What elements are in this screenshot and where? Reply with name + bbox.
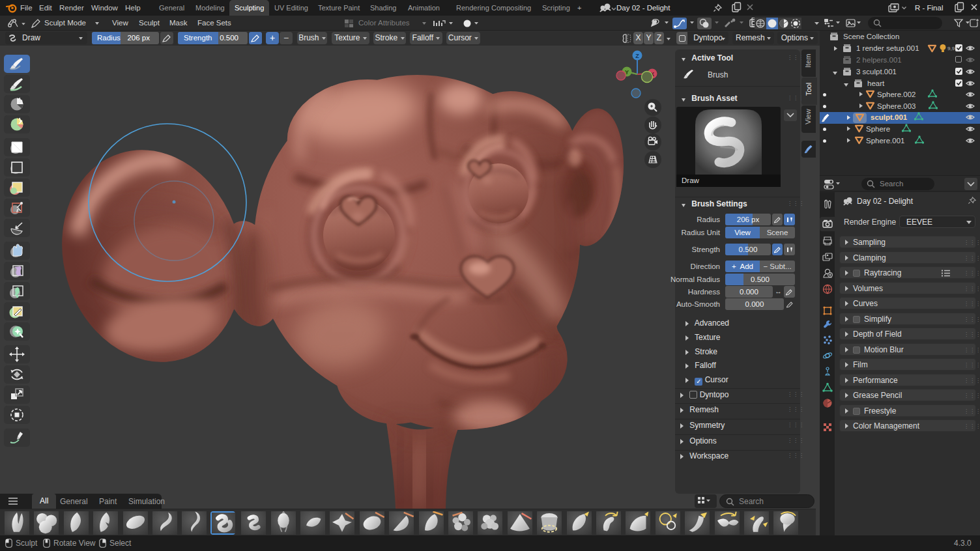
svg-text:Z: Z [635, 53, 639, 59]
